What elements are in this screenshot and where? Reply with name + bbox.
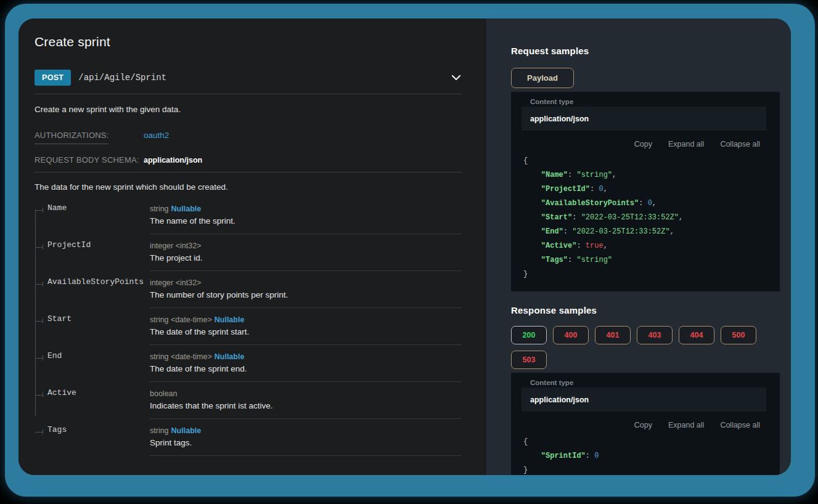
request-body-schema-row: REQUEST BODY SCHEMA: application/json	[35, 155, 461, 173]
content-type-label: Content type	[530, 379, 780, 386]
field-type: string	[150, 426, 169, 435]
field-nullable-flag: Nullable	[171, 205, 202, 213]
status-tab-503[interactable]: 503	[511, 351, 547, 369]
field-description: The project id.	[150, 253, 461, 262]
chevron-down-icon[interactable]	[451, 75, 461, 81]
field-row: NamestringNullableThe name of the sprint…	[35, 197, 461, 234]
status-tab-200[interactable]: 200	[511, 326, 547, 344]
response-sample-panel: Content type application/json CopyExpand…	[511, 373, 780, 475]
code-actions: CopyExpand allCollapse all	[511, 140, 760, 148]
oauth2-link[interactable]: oauth2	[144, 131, 169, 140]
field-name-cell: AvailableStoryPoints	[35, 271, 150, 308]
field-name: Tags	[47, 425, 67, 434]
field-type: integer <int32>	[150, 278, 201, 287]
content-type-select[interactable]: application/json	[521, 388, 766, 412]
endpoint-toggle[interactable]: POST /api/Agile/Sprint	[35, 70, 461, 94]
field-description: Sprint tags.	[150, 438, 461, 447]
content-type-value: application/json	[530, 115, 589, 123]
schema-fields: NamestringNullableThe name of the sprint…	[35, 197, 461, 456]
content-type-label: Content type	[530, 98, 780, 105]
response-status-tabs: 200400401403404500503	[511, 326, 788, 369]
collapse-all-button[interactable]: Collapse all	[720, 421, 760, 429]
field-info-cell: string <date-time>NullableThe date of th…	[150, 308, 461, 345]
status-tab-500[interactable]: 500	[721, 326, 756, 344]
code-line: {	[523, 435, 780, 449]
field-type-line: integer <int32>	[150, 242, 461, 250]
field-name: Start	[47, 314, 72, 323]
tree-line	[35, 209, 36, 417]
field-info-cell: string <date-time>NullableThe date of th…	[150, 345, 461, 382]
copy-button[interactable]: Copy	[634, 421, 652, 429]
field-type-line: integer <int32>	[150, 278, 461, 287]
code-line: }	[523, 463, 780, 475]
code-line: "Tags": "string"	[523, 253, 780, 267]
http-method-badge: POST	[35, 70, 71, 86]
authorizations-row: AUTHORIZATIONS: oauth2	[35, 131, 461, 144]
field-type-line: string <date-time>Nullable	[150, 352, 461, 361]
field-type: string <date-time>	[150, 352, 212, 361]
field-info-cell: integer <int32>The project id.	[150, 234, 461, 271]
code-line: "Active": true,	[523, 239, 780, 253]
request-json-code: { "Name": "string", "ProjectId": 0, "Ava…	[523, 154, 780, 282]
copy-button[interactable]: Copy	[634, 140, 652, 148]
expand-all-button[interactable]: Expand all	[668, 140, 704, 148]
content-type-select[interactable]: application/json	[521, 107, 766, 131]
endpoint-path: /api/Agile/Sprint	[78, 73, 166, 83]
field-type: boolean	[150, 389, 178, 398]
field-info-cell: stringNullableThe name of the sprint.	[150, 197, 461, 234]
field-description: The number of story points per sprint.	[150, 290, 461, 299]
code-line: "Start": "2022-03-25T12:33:52Z",	[523, 211, 780, 225]
field-type-line: boolean	[150, 389, 461, 398]
status-tab-404[interactable]: 404	[679, 326, 714, 344]
field-type: string <date-time>	[150, 315, 212, 324]
tree-connector-icon	[35, 426, 43, 433]
expand-all-button[interactable]: Expand all	[668, 421, 704, 429]
operation-panel: Create sprint POST /api/Agile/Sprint Cre…	[18, 18, 486, 475]
field-name-cell: Start	[35, 308, 150, 345]
field-info-cell: stringNullableSprint tags.	[150, 419, 461, 456]
authorizations-label: AUTHORIZATIONS:	[35, 131, 144, 144]
endpoint-description: Create a new sprint with the given data.	[35, 105, 461, 114]
code-line: }	[523, 267, 780, 282]
field-type-line: stringNullable	[150, 426, 461, 435]
response-samples-title: Response samples	[511, 291, 788, 315]
field-description: Indicates that the sprint ist active.	[150, 401, 461, 410]
field-row: ActivebooleanIndicates that the sprint i…	[35, 382, 461, 419]
field-name: AvailableStoryPoints	[47, 277, 144, 287]
field-row: Startstring <date-time>NullableThe date …	[35, 308, 461, 345]
field-description: The date of the sprint start.	[150, 327, 461, 336]
tree-connector-icon	[35, 242, 43, 248]
field-name: Name	[47, 203, 67, 213]
code-line: "SprintId": 0	[523, 449, 780, 463]
tree-connector-icon	[35, 278, 43, 285]
window-content: Create sprint POST /api/Agile/Sprint Cre…	[18, 18, 791, 475]
field-name-cell: End	[35, 345, 150, 382]
status-tab-401[interactable]: 401	[595, 326, 631, 344]
field-description: The name of the sprint.	[150, 216, 461, 226]
field-row: AvailableStoryPointsinteger <int32>The n…	[35, 271, 461, 308]
field-name-cell: ProjectId	[35, 234, 150, 271]
field-info-cell: booleanIndicates that the sprint ist act…	[150, 382, 461, 419]
status-tab-400[interactable]: 400	[553, 326, 589, 344]
tree-connector-icon	[35, 389, 43, 396]
payload-tab[interactable]: Payload	[511, 68, 574, 88]
code-line: {	[523, 154, 780, 168]
collapse-all-button[interactable]: Collapse all	[720, 140, 760, 148]
samples-panel: Request samples Payload Content type app…	[486, 18, 791, 475]
field-nullable-flag: Nullable	[215, 315, 245, 324]
field-nullable-flag: Nullable	[215, 352, 245, 361]
field-info-cell: integer <int32>The number of story point…	[150, 271, 461, 308]
status-tab-403[interactable]: 403	[637, 326, 673, 344]
field-type-line: string <date-time>Nullable	[150, 315, 461, 324]
field-name: End	[47, 351, 62, 360]
screenshot-background: Create sprint POST /api/Agile/Sprint Cre…	[0, 0, 818, 504]
content-type-value: application/json	[530, 396, 589, 404]
field-description: The date of the sprint end.	[150, 364, 461, 373]
code-line: "ProjectId": 0,	[523, 182, 780, 197]
request-sample-panel: Content type application/json CopyExpand…	[511, 92, 780, 291]
field-row: Endstring <date-time>NullableThe date of…	[35, 345, 461, 382]
tree-connector-icon	[35, 315, 43, 322]
field-type-line: stringNullable	[150, 205, 461, 213]
request-body-schema-value: application/json	[144, 156, 202, 165]
tree-connector-icon	[35, 205, 43, 211]
